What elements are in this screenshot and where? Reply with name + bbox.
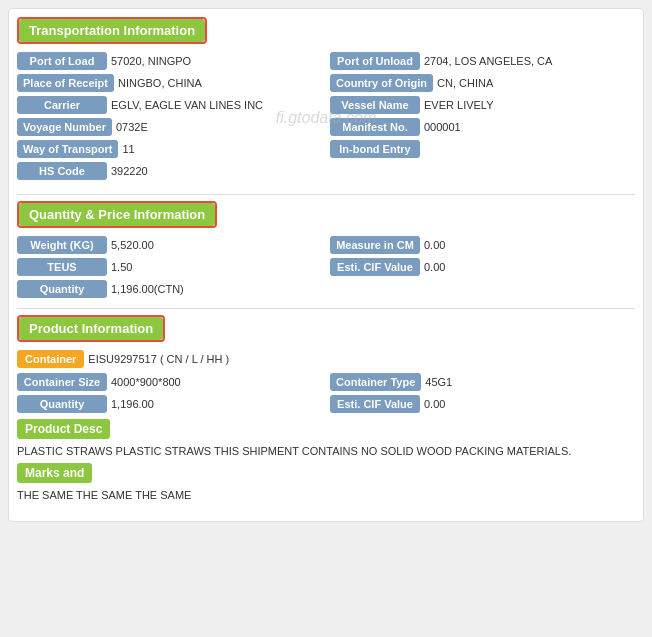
in-bond-entry-label: In-bond Entry: [330, 140, 420, 158]
product-desc-text: PLASTIC STRAWS PLASTIC STRAWS THIS SHIPM…: [17, 443, 635, 459]
teus-label: TEUS: [17, 258, 107, 276]
esti-cif-label-1: Esti. CIF Value: [330, 258, 420, 276]
measure-cm-value: 0.00: [424, 239, 635, 251]
teus-value: 1.50: [111, 261, 322, 273]
place-of-receipt-label: Place of Receipt: [17, 74, 114, 92]
teus-row: TEUS 1.50: [17, 258, 322, 276]
product-desc-section: Product Desc PLASTIC STRAWS PLASTIC STRA…: [17, 419, 635, 459]
quantity-row-1: Quantity 1,196.00(CTN): [17, 280, 322, 298]
container-badge: Container: [17, 350, 84, 368]
esti-cif-row-1: Esti. CIF Value 0.00: [330, 258, 635, 276]
port-of-unload-value: 2704, LOS ANGELES, CA: [424, 55, 635, 67]
way-of-transport-label: Way of Transport: [17, 140, 118, 158]
container-size-row: Container Size 4000*900*800: [17, 373, 322, 391]
voyage-number-value: 0732E: [116, 121, 322, 133]
weight-label: Weight (KG): [17, 236, 107, 254]
port-of-unload-label: Port of Unload: [330, 52, 420, 70]
voyage-number-label: Voyage Number: [17, 118, 112, 136]
port-of-load-row: Port of Load 57020, NINGPO: [17, 52, 322, 70]
marks-section: Marks and THE SAME THE SAME THE SAME: [17, 463, 635, 503]
main-container: Transportation Information Port of Load …: [8, 8, 644, 522]
way-of-transport-row: Way of Transport 11: [17, 140, 322, 158]
esti-cif-value-1: 0.00: [424, 261, 635, 273]
place-of-receipt-value: NINGBO, CHINA: [118, 77, 322, 89]
product-section: Product Information Container EISU929751…: [17, 315, 635, 503]
quantity-value-1: 1,196.00(CTN): [111, 283, 322, 295]
hs-code-row: HS Code 392220: [17, 162, 322, 180]
country-of-origin-value: CN, CHINA: [437, 77, 635, 89]
product-fields: Container Size 4000*900*800 Container Ty…: [17, 373, 635, 413]
marks-header: Marks and: [17, 463, 92, 483]
manifest-no-value: 000001: [424, 121, 635, 133]
container-value: EISU9297517 ( CN / L / HH ): [88, 353, 635, 365]
carrier-label: Carrier: [17, 96, 107, 114]
container-type-value: 45G1: [425, 376, 635, 388]
quantity-price-header: Quantity & Price Information: [19, 203, 215, 226]
container-row: Container EISU9297517 ( CN / L / HH ): [17, 350, 635, 368]
way-of-transport-value: 11: [122, 143, 322, 155]
manifest-no-row: Manifest No. 000001: [330, 118, 635, 136]
hs-code-label: HS Code: [17, 162, 107, 180]
weight-value: 5,520.00: [111, 239, 322, 251]
transportation-body: Port of Load 57020, NINGPO Port of Unloa…: [17, 52, 635, 184]
transport-fields: Port of Load 57020, NINGPO Port of Unloa…: [17, 52, 635, 180]
port-of-load-label: Port of Load: [17, 52, 107, 70]
measure-cm-row: Measure in CM 0.00: [330, 236, 635, 254]
transportation-section: Transportation Information Port of Load …: [17, 17, 635, 184]
place-of-receipt-row: Place of Receipt NINGBO, CHINA: [17, 74, 322, 92]
port-of-load-value: 57020, NINGPO: [111, 55, 322, 67]
vessel-name-value: EVER LIVELY: [424, 99, 635, 111]
quantity-label-2: Quantity: [17, 395, 107, 413]
country-of-origin-row: Country of Origin CN, CHINA: [330, 74, 635, 92]
container-type-row: Container Type 45G1: [330, 373, 635, 391]
weight-row: Weight (KG) 5,520.00: [17, 236, 322, 254]
measure-cm-label: Measure in CM: [330, 236, 420, 254]
marks-text: THE SAME THE SAME THE SAME: [17, 487, 635, 503]
container-size-value: 4000*900*800: [111, 376, 322, 388]
quantity-price-section: Quantity & Price Information Weight (KG)…: [17, 201, 635, 298]
esti-cif-value-2: 0.00: [424, 398, 635, 410]
vessel-name-row: Vessel Name EVER LIVELY: [330, 96, 635, 114]
product-desc-header: Product Desc: [17, 419, 110, 439]
carrier-value: EGLV, EAGLE VAN LINES INC: [111, 99, 322, 111]
esti-cif-label-2: Esti. CIF Value: [330, 395, 420, 413]
hs-code-value: 392220: [111, 165, 322, 177]
quantity-row-2: Quantity 1,196.00: [17, 395, 322, 413]
voyage-number-row: Voyage Number 0732E: [17, 118, 322, 136]
country-of-origin-label: Country of Origin: [330, 74, 433, 92]
product-header: Product Information: [19, 317, 163, 340]
quantity-price-fields: Weight (KG) 5,520.00 Measure in CM 0.00 …: [17, 236, 635, 298]
manifest-no-label: Manifest No.: [330, 118, 420, 136]
port-of-unload-row: Port of Unload 2704, LOS ANGELES, CA: [330, 52, 635, 70]
quantity-value-2: 1,196.00: [111, 398, 322, 410]
quantity-label-1: Quantity: [17, 280, 107, 298]
container-size-label: Container Size: [17, 373, 107, 391]
container-type-label: Container Type: [330, 373, 421, 391]
carrier-row: Carrier EGLV, EAGLE VAN LINES INC: [17, 96, 322, 114]
esti-cif-row-2: Esti. CIF Value 0.00: [330, 395, 635, 413]
vessel-name-label: Vessel Name: [330, 96, 420, 114]
in-bond-entry-row: In-bond Entry: [330, 140, 635, 158]
transportation-header: Transportation Information: [19, 19, 205, 42]
